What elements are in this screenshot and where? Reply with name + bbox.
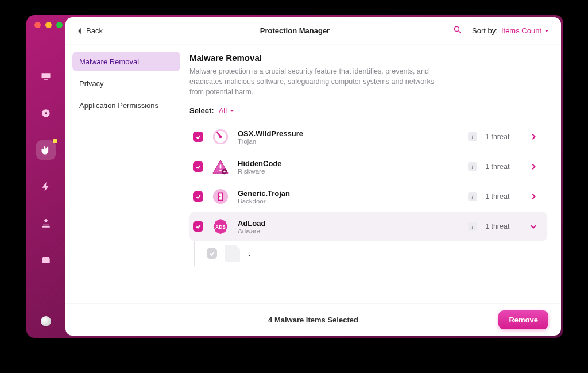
threat-text: Generic.Trojan Backdoor bbox=[238, 189, 290, 205]
threat-info-button[interactable]: i bbox=[468, 132, 477, 141]
select-label: Select: bbox=[189, 106, 214, 115]
content-panel: Back Protection Manager Sort by: Items C… bbox=[65, 17, 561, 336]
chevron-right-icon bbox=[530, 193, 537, 200]
file-name: t bbox=[248, 249, 250, 257]
app-window: Back Protection Manager Sort by: Items C… bbox=[26, 15, 563, 338]
threat-checkbox[interactable] bbox=[193, 221, 203, 232]
threat-row: OSX.WildPressure Trojan i 1 threat bbox=[189, 122, 547, 152]
sidebar-nav-cleanup[interactable] bbox=[36, 67, 56, 86]
back-button[interactable]: Back bbox=[77, 26, 103, 35]
main-column: Malware Removal Malware protection is a … bbox=[184, 45, 561, 303]
threat-name: Generic.Trojan bbox=[238, 189, 290, 198]
svg-point-14 bbox=[219, 196, 220, 197]
expand-toggle[interactable] bbox=[528, 131, 539, 143]
expand-toggle[interactable] bbox=[528, 221, 539, 232]
svg-point-1 bbox=[45, 112, 47, 114]
check-icon bbox=[195, 224, 202, 230]
threat-type: Adware bbox=[238, 228, 265, 234]
threat-checkbox[interactable] bbox=[193, 191, 203, 202]
files-icon bbox=[40, 255, 52, 266]
section-description: Malware protection is a crucial security… bbox=[189, 66, 436, 97]
disc-icon bbox=[40, 107, 52, 119]
threat-count: 1 threat bbox=[485, 163, 520, 171]
svg-point-6 bbox=[219, 136, 222, 139]
chevron-right-icon bbox=[530, 133, 537, 140]
threat-list: OSX.WildPressure Trojan i 1 threat bbox=[189, 122, 550, 303]
chevron-down-icon bbox=[544, 28, 550, 34]
expand-toggle[interactable] bbox=[528, 161, 539, 172]
svg-point-2 bbox=[454, 26, 459, 31]
threat-icon-gauge bbox=[211, 128, 230, 146]
threat-name: HiddenCode bbox=[238, 159, 282, 168]
check-icon bbox=[209, 251, 215, 257]
sidebar-nav-apps[interactable] bbox=[36, 214, 56, 233]
select-dropdown[interactable]: All bbox=[219, 106, 235, 115]
svg-line-3 bbox=[459, 31, 461, 33]
sidebar-footer bbox=[26, 316, 65, 326]
threat-icon-ads: ADS bbox=[211, 217, 230, 236]
notification-dot bbox=[53, 139, 57, 143]
threat-info-button[interactable]: i bbox=[468, 192, 477, 201]
top-bar-right: Sort by: Items Count bbox=[453, 25, 550, 36]
chevron-left-icon bbox=[77, 27, 83, 35]
check-icon bbox=[195, 134, 202, 140]
threat-type: Trojan bbox=[238, 138, 303, 145]
category-application-permissions[interactable]: Application Permissions bbox=[72, 95, 180, 115]
file-checkbox[interactable] bbox=[207, 248, 217, 259]
sort-label: Sort by: bbox=[472, 26, 498, 35]
file-icon bbox=[225, 245, 240, 262]
sidebar-nav-performance[interactable] bbox=[36, 177, 56, 197]
footer: 4 Malware Items Selected Remove bbox=[65, 303, 561, 336]
threat-info-button[interactable]: i bbox=[468, 222, 477, 231]
body: Malware Removal Privacy Application Perm… bbox=[65, 45, 561, 303]
bolt-icon bbox=[40, 181, 52, 193]
threat-row: ✦ HiddenCode Riskware i 1 threat bbox=[189, 152, 547, 182]
threat-name: OSX.WildPressure bbox=[238, 129, 303, 138]
select-value: All bbox=[219, 106, 227, 115]
threat-text: AdLoad Adware bbox=[238, 219, 265, 234]
threat-count: 1 threat bbox=[485, 193, 520, 201]
search-icon bbox=[453, 25, 462, 34]
app-sidebar bbox=[26, 15, 65, 338]
svg-text:✦: ✦ bbox=[223, 170, 226, 174]
threat-info-button[interactable]: i bbox=[468, 162, 477, 171]
category-malware-removal[interactable]: Malware Removal bbox=[72, 52, 180, 71]
select-row: Select: All bbox=[189, 106, 550, 115]
sidebar-nav-files[interactable] bbox=[36, 251, 56, 270]
threat-row: Generic.Trojan Backdoor i 1 threat bbox=[189, 182, 547, 212]
chevron-down-icon bbox=[530, 223, 537, 230]
sort-value-text: Items Count bbox=[501, 26, 541, 35]
threat-file-row: t bbox=[194, 241, 547, 266]
threat-count: 1 threat bbox=[485, 133, 520, 141]
svg-point-10 bbox=[219, 170, 221, 171]
page-title: Protection Manager bbox=[260, 26, 330, 35]
threat-row: ADS AdLoad Adware i 1 threat bbox=[189, 212, 547, 241]
apps-icon bbox=[40, 218, 52, 229]
category-label: Application Permissions bbox=[79, 101, 158, 110]
threat-text: OSX.WildPressure Trojan bbox=[238, 129, 303, 145]
sort-dropdown[interactable]: Items Count bbox=[501, 26, 550, 35]
footer-status: 4 Malware Items Selected bbox=[268, 316, 358, 324]
threat-checkbox[interactable] bbox=[193, 161, 203, 172]
sidebar-nav-protection[interactable] bbox=[36, 140, 56, 160]
category-label: Privacy bbox=[79, 79, 104, 88]
category-privacy[interactable]: Privacy bbox=[72, 74, 180, 93]
threat-checkbox[interactable] bbox=[193, 132, 203, 142]
threat-name: AdLoad bbox=[238, 219, 265, 228]
chevron-right-icon bbox=[530, 163, 537, 170]
search-button[interactable] bbox=[453, 25, 462, 36]
check-icon bbox=[195, 194, 202, 200]
top-bar: Back Protection Manager Sort by: Items C… bbox=[65, 17, 561, 45]
monitor-icon bbox=[40, 71, 52, 82]
sidebar-nav-scan[interactable] bbox=[36, 103, 56, 123]
avatar[interactable] bbox=[41, 316, 51, 326]
threat-type: Backdoor bbox=[238, 198, 290, 205]
sort-control: Sort by: Items Count bbox=[472, 26, 550, 35]
back-label: Back bbox=[86, 26, 103, 35]
threat-type: Riskware bbox=[238, 168, 282, 175]
category-label: Malware Removal bbox=[79, 57, 139, 66]
remove-button[interactable]: Remove bbox=[498, 310, 548, 329]
svg-rect-9 bbox=[220, 165, 222, 170]
chevron-down-icon bbox=[229, 108, 235, 114]
expand-toggle[interactable] bbox=[528, 191, 539, 202]
